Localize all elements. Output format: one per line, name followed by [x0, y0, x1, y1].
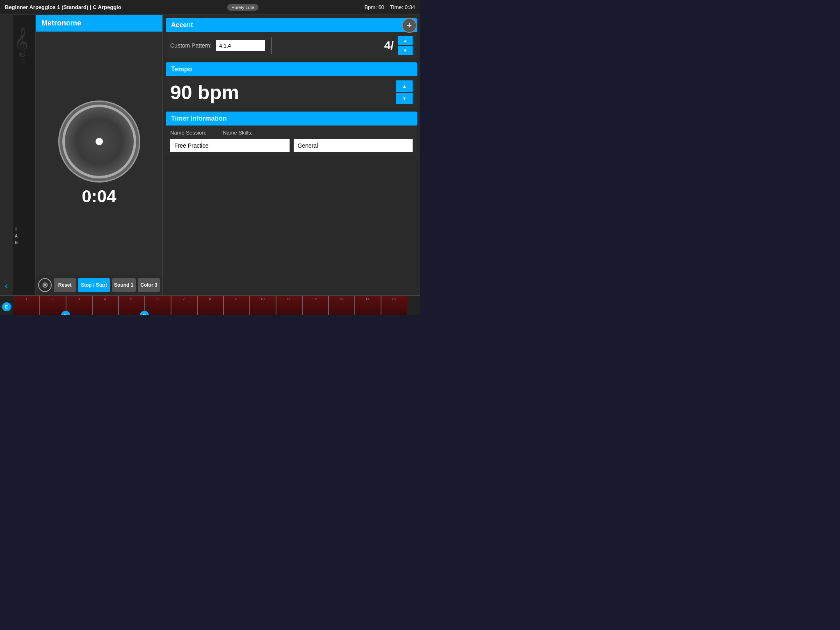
timer-labels-row: Name Session: Name Skills: — [170, 130, 413, 136]
metronome-ring — [62, 105, 136, 178]
accent-down-button[interactable]: ▼ — [398, 46, 413, 55]
fret-num: 3 — [66, 297, 92, 301]
timer-header: Timer Information — [166, 112, 417, 126]
timer-body: Name Session: Name Skills: — [166, 126, 417, 156]
fret-num: 13 — [328, 297, 354, 301]
tempo-header: Tempo — [166, 62, 417, 76]
tempo-up-button[interactable]: ▲ — [396, 80, 413, 92]
accent-arrows: ▲ ▼ — [398, 36, 413, 55]
pattern-input[interactable] — [216, 40, 265, 51]
metronome-timer: 0:04 — [82, 187, 116, 206]
fret-num: 11 — [276, 297, 302, 301]
left-sidebar: ‹ — [0, 15, 13, 295]
timer-section: Timer Information Name Session: Name Ski… — [166, 112, 417, 156]
name-skills-label: Name Skills: — [223, 130, 252, 136]
accent-row: Custom Pattern: 4/ ▲ ▼ — [170, 36, 413, 55]
divider — [271, 37, 272, 54]
tempo-section: Tempo 90 bpm ▲ ▼ — [166, 62, 417, 108]
right-scroll-arrow[interactable]: › — [407, 296, 420, 315]
fret-num: 8 — [197, 297, 223, 301]
controls-row: ⊗ Reset Stop / Start Sound 1 Color 3 — [36, 275, 162, 295]
string-e: E — [2, 302, 11, 311]
timer-inputs-row — [170, 139, 413, 152]
add-button[interactable]: + — [402, 18, 417, 33]
note-e: E — [61, 311, 70, 315]
cancel-button[interactable]: ⊗ — [38, 278, 52, 292]
page-title: Beginner Arpeggios 1 (Standard) | C Arpe… — [5, 4, 121, 10]
time-signature: 44 — [21, 48, 25, 66]
bpm-display: Bpm: 60 — [364, 4, 384, 10]
metronome-dial — [58, 100, 140, 183]
string-labels: E A D G — [0, 296, 13, 315]
accent-body: Custom Pattern: 4/ ▲ ▼ — [166, 32, 417, 59]
fret-num: 6 — [144, 297, 171, 301]
accent-section: Accent Custom Pattern: 4/ ▲ ▼ — [166, 18, 417, 59]
tempo-arrows: ▲ ▼ — [396, 80, 413, 104]
fret-num: 5 — [118, 297, 144, 301]
prev-arrow[interactable]: ‹ — [5, 281, 8, 291]
fret-num: 7 — [171, 297, 197, 301]
sheet-area: 𝄞 44 TAB — [13, 15, 36, 295]
fret-num: 15 — [381, 297, 407, 301]
right-panel: + Accent Custom Pattern: 4/ ▲ ▼ Tempo — [163, 15, 420, 295]
metronome-body: 0:04 — [36, 32, 162, 275]
fret-num: 1 — [13, 297, 39, 301]
metronome-dot — [96, 138, 103, 145]
fret-num: 2 — [39, 297, 66, 301]
fret-num: 4 — [92, 297, 118, 301]
fret-num: 12 — [302, 297, 328, 301]
stats-display: Bpm: 60 Time: 0:34 — [364, 4, 415, 10]
note-g: G — [140, 311, 149, 315]
fretboard-area: E A D G 1 2 3 4 5 6 7 8 9 10 11 12 13 14… — [0, 295, 420, 315]
fretboard: 1 2 3 4 5 6 7 8 9 10 11 12 13 14 15 — [13, 296, 407, 315]
fret-num: 14 — [354, 297, 381, 301]
main-area: ‹ 𝄞 44 TAB Metronome 0:04 ⊗ Reset Stop /… — [0, 15, 420, 295]
tempo-value: 90 bpm — [170, 81, 239, 104]
accent-up-button[interactable]: ▲ — [398, 36, 413, 45]
metronome-panel: Metronome 0:04 ⊗ Reset Stop / Start Soun… — [36, 15, 163, 295]
fret-num: 10 — [249, 297, 276, 301]
top-bar: Beginner Arpeggios 1 (Standard) | C Arpe… — [0, 0, 420, 15]
sound-button[interactable]: Sound 1 — [112, 278, 136, 292]
tempo-body: 90 bpm ▲ ▼ — [166, 76, 417, 108]
fret-num: 9 — [223, 297, 249, 301]
app-logo: Purely Lute — [227, 4, 258, 11]
metronome-header: Metronome — [36, 15, 162, 32]
session-input[interactable] — [170, 139, 290, 152]
tab-label: TAB — [15, 226, 18, 246]
stop-start-button[interactable]: Stop / Start — [78, 278, 110, 292]
tempo-down-button[interactable]: ▼ — [396, 93, 413, 104]
color-button[interactable]: Color 3 — [138, 278, 160, 292]
custom-pattern-label: Custom Pattern: — [170, 42, 212, 49]
pattern-display: 4/ — [384, 39, 394, 52]
time-display: Time: 0:34 — [390, 4, 415, 10]
accent-header: Accent — [166, 18, 417, 32]
skills-input[interactable] — [294, 139, 413, 152]
name-session-label: Name Session: — [170, 130, 206, 136]
reset-button[interactable]: Reset — [54, 278, 76, 292]
